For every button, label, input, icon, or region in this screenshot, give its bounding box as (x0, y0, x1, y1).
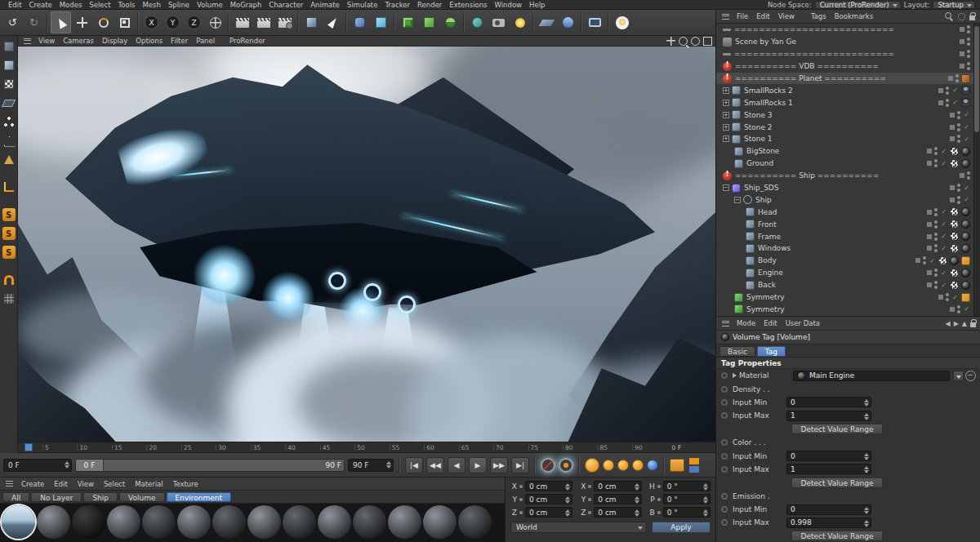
material-thumbnail[interactable] (458, 505, 492, 539)
layer-swatch[interactable] (938, 88, 943, 93)
visibility-dots[interactable] (967, 38, 970, 46)
phong-tag-icon[interactable] (961, 98, 970, 107)
layer-swatch[interactable] (950, 113, 955, 118)
tree-row[interactable]: Front✓ (716, 218, 980, 230)
enable-check[interactable]: ✓ (963, 305, 970, 313)
enable-check[interactable]: ✓ (963, 136, 970, 143)
menu-select[interactable]: Select (86, 1, 114, 9)
tree-row[interactable]: ========== VDB ========== (716, 60, 980, 73)
simulate-button[interactable] (467, 11, 488, 33)
layer-swatch[interactable] (948, 76, 953, 81)
mat-menu-texture[interactable]: Texture (169, 480, 203, 488)
vp-menu-cameras[interactable]: Cameras (60, 37, 97, 45)
vp-menu-options[interactable]: Options (132, 37, 166, 45)
expand-toggle[interactable]: + (723, 112, 729, 118)
node-space-select[interactable]: Current (ProRender) (815, 1, 901, 9)
material-tag-icon[interactable] (961, 244, 970, 253)
material-thumbnail[interactable] (177, 505, 211, 539)
end-frame-field[interactable]: 90 F (348, 459, 394, 472)
material-dropdown-button[interactable] (953, 371, 964, 381)
visibility-dots[interactable] (934, 269, 938, 277)
enable-check[interactable]: ✓ (940, 160, 947, 167)
enable-check[interactable]: ✓ (963, 123, 970, 131)
material-thumbnail[interactable] (388, 505, 421, 539)
expand-toggle[interactable]: + (723, 100, 729, 106)
layer-swatch[interactable] (960, 39, 964, 44)
material-tag-icon[interactable] (961, 159, 970, 168)
tab-tag[interactable]: Tag (757, 346, 786, 357)
pen-tag-icon[interactable] (961, 293, 970, 302)
enable-check[interactable]: ✓ (963, 196, 970, 203)
keyframe-dot[interactable] (721, 453, 728, 460)
menu-tools[interactable]: Tools (115, 1, 139, 9)
frame-range-slider[interactable]: 0 F 90 F (75, 459, 345, 472)
vp-menu-view[interactable]: View (35, 37, 58, 45)
subdivision-surface-button[interactable] (350, 11, 370, 33)
menu-window[interactable]: Window (492, 1, 526, 9)
rot-p-field[interactable]: 0 ° (663, 494, 710, 504)
previous-key-button[interactable]: ◀◀ (426, 457, 444, 473)
enable-check[interactable]: ✓ (951, 294, 959, 301)
expand-toggle[interactable]: − (723, 184, 729, 191)
tree-row[interactable]: Frame✓ (716, 230, 980, 242)
enable-check[interactable]: ✓ (940, 245, 947, 252)
layer-swatch[interactable] (927, 161, 932, 166)
tree-row[interactable]: +SmallRocks 2✓ (716, 84, 980, 96)
material-link-field[interactable]: Main Engine (793, 371, 950, 381)
material-thumbnail[interactable] (283, 505, 316, 539)
am-lock-icon[interactable] (970, 322, 976, 327)
timeline-ruler[interactable]: 51015202530354045505560657075808590 0 F (18, 442, 715, 453)
visibility-dots[interactable] (957, 135, 960, 143)
layer-swatch[interactable] (927, 270, 932, 275)
tree-row[interactable]: Ground✓ (716, 158, 980, 170)
layer-swatch[interactable] (960, 27, 964, 32)
tree-row[interactable]: Back✓ (716, 279, 980, 291)
object-tree-scrollbar[interactable] (973, 24, 980, 316)
viewport-orbit-icon[interactable] (691, 37, 700, 46)
expand-toggle[interactable]: + (723, 136, 729, 142)
layout-select[interactable]: Startup (933, 1, 975, 9)
input-max-field[interactable]: 1 (786, 411, 871, 421)
layer-swatch[interactable] (938, 295, 943, 300)
layer-swatch[interactable] (950, 307, 955, 312)
coordinate-system-toggle[interactable] (205, 11, 225, 33)
take-s-icon-2[interactable]: S (2, 226, 16, 241)
workplane-mode-icon[interactable] (2, 96, 16, 110)
vp-menu-panel[interactable]: Panel (193, 37, 218, 45)
keyframe-selection-button[interactable] (670, 459, 684, 472)
tree-row[interactable]: Head✓ (716, 206, 980, 218)
material-tag-icon[interactable] (938, 256, 947, 265)
coordinate-space-select[interactable]: World (510, 522, 647, 533)
keyframe-dot[interactable] (721, 386, 728, 393)
history-forward-icon[interactable]: ▶ (954, 320, 959, 327)
enable-check[interactable]: ✓ (929, 257, 936, 264)
tree-row[interactable]: BigStone✓ (716, 145, 980, 158)
mograph-cloner-button[interactable] (398, 11, 418, 33)
render-settings-button[interactable] (274, 11, 295, 33)
viewport-menu-icon[interactable] (24, 38, 31, 44)
pos-x-field[interactable]: 0 cm (525, 481, 572, 491)
material-tag-icon[interactable] (950, 147, 959, 156)
menu-modes[interactable]: Modes (56, 1, 86, 9)
enable-check[interactable]: ✓ (940, 233, 947, 240)
filter-icon[interactable] (958, 13, 965, 20)
layer-swatch[interactable] (927, 222, 932, 227)
material-thumbnail[interactable] (37, 505, 70, 539)
vp-menu-display[interactable]: Display (99, 37, 131, 45)
keyframe-dot[interactable] (721, 439, 728, 446)
enable-check[interactable]: ✓ (940, 269, 947, 277)
scale-tool[interactable] (114, 11, 135, 33)
menu-animate[interactable]: Animate (307, 1, 343, 9)
layer-swatch[interactable] (927, 234, 932, 239)
select-tool[interactable] (51, 11, 71, 33)
keyframe-dot[interactable] (721, 372, 728, 379)
axis-y-toggle[interactable]: Y (163, 11, 183, 33)
render-picture-viewer-button[interactable] (253, 11, 274, 33)
input-min-field[interactable]: 0 (786, 504, 871, 515)
enable-check[interactable]: ✓ (940, 282, 947, 289)
redo-icon[interactable]: ↻ (24, 11, 44, 33)
material-tag-icon[interactable] (950, 244, 959, 253)
input-min-field[interactable]: 0 (786, 451, 871, 461)
tree-row[interactable]: ========== Ship ========== (716, 170, 980, 182)
detect-value-range-button[interactable]: Detect Value Range (791, 424, 883, 434)
